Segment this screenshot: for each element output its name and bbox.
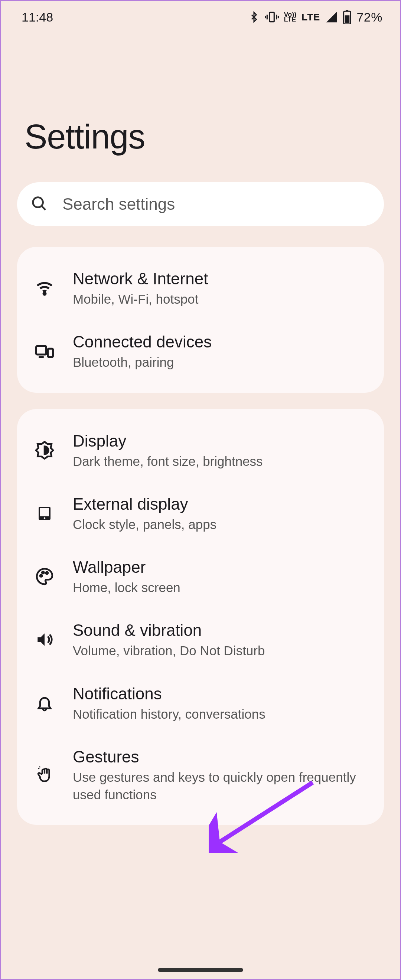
bluetooth-icon xyxy=(248,10,259,24)
volume-icon xyxy=(33,628,56,651)
row-title: Sound & vibration xyxy=(73,620,369,640)
search-icon xyxy=(30,195,48,213)
settings-group-2: Display Dark theme, font size, brightnes… xyxy=(17,409,384,825)
tablet-icon xyxy=(33,502,56,525)
signal-icon xyxy=(325,11,338,23)
row-title: Gestures xyxy=(73,746,369,767)
battery-pct: 72% xyxy=(356,10,382,24)
nav-handle[interactable] xyxy=(158,968,243,972)
svg-point-17 xyxy=(44,517,46,519)
lte-label: LTE xyxy=(301,11,320,23)
row-network-internet[interactable]: Network & Internet Mobile, Wi-Fi, hotspo… xyxy=(17,256,384,320)
devices-icon xyxy=(33,340,56,362)
row-title: Display xyxy=(73,431,369,451)
row-title: External display xyxy=(73,494,369,514)
svg-rect-11 xyxy=(37,346,46,355)
row-title: Wallpaper xyxy=(73,557,369,577)
page-title: Settings xyxy=(1,28,400,182)
row-subtitle: Clock style, panels, apps xyxy=(73,515,369,533)
gesture-icon xyxy=(33,764,56,786)
svg-line-9 xyxy=(42,207,46,210)
svg-rect-12 xyxy=(48,349,53,358)
svg-point-8 xyxy=(33,197,43,207)
row-external-display[interactable]: External display Clock style, panels, ap… xyxy=(17,482,384,545)
row-title: Connected devices xyxy=(73,331,369,352)
status-bar: 11:48 Vo)) LTE LTE 72% xyxy=(1,1,400,28)
vibrate-icon xyxy=(265,10,279,24)
status-right: Vo)) LTE LTE 72% xyxy=(248,10,382,24)
row-wallpaper[interactable]: Wallpaper Home, lock screen xyxy=(17,545,384,608)
row-title: Network & Internet xyxy=(73,268,369,289)
bell-icon xyxy=(33,692,56,714)
wifi-icon xyxy=(33,277,56,299)
row-subtitle: Mobile, Wi-Fi, hotspot xyxy=(73,290,369,308)
svg-point-10 xyxy=(43,293,46,295)
row-title: Notifications xyxy=(73,683,369,704)
palette-icon xyxy=(33,565,56,588)
row-subtitle: Dark theme, font size, brightness xyxy=(73,452,369,470)
search-placeholder: Search settings xyxy=(62,195,175,213)
svg-point-20 xyxy=(46,572,48,574)
row-subtitle: Notification history, conversations xyxy=(73,705,369,723)
search-settings[interactable]: Search settings xyxy=(17,182,384,226)
settings-group-1: Network & Internet Mobile, Wi-Fi, hotspo… xyxy=(17,247,384,393)
status-time: 11:48 xyxy=(22,10,53,24)
svg-rect-6 xyxy=(345,15,350,23)
svg-rect-16 xyxy=(40,508,49,516)
row-subtitle: Volume, vibration, Do Not Disturb xyxy=(73,642,369,659)
row-subtitle: Home, lock screen xyxy=(73,579,369,596)
volte-icon: Vo)) LTE xyxy=(284,12,297,22)
row-subtitle: Bluetooth, pairing xyxy=(73,353,369,371)
svg-rect-0 xyxy=(269,12,274,22)
row-subtitle: Use gestures and keys to quickly open fr… xyxy=(73,768,369,804)
row-display[interactable]: Display Dark theme, font size, brightnes… xyxy=(17,419,384,482)
svg-rect-7 xyxy=(346,10,348,11)
row-gestures[interactable]: Gestures Use gestures and keys to quickl… xyxy=(17,735,384,816)
battery-icon xyxy=(343,10,351,24)
row-notifications[interactable]: Notifications Notification history, conv… xyxy=(17,671,384,735)
row-connected-devices[interactable]: Connected devices Bluetooth, pairing xyxy=(17,320,384,383)
row-sound-vibration[interactable]: Sound & vibration Volume, vibration, Do … xyxy=(17,608,384,671)
svg-point-19 xyxy=(42,572,44,574)
brightness-icon xyxy=(33,439,56,461)
svg-point-18 xyxy=(40,574,42,576)
